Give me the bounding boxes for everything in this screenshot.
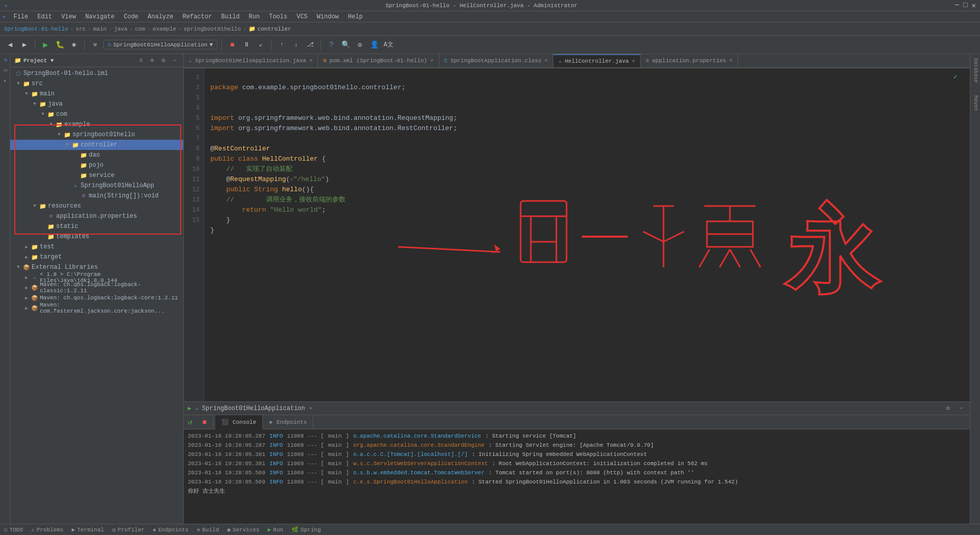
toolbar-git-btn[interactable]: ↑ [276,39,288,51]
toolbar-stop-btn[interactable]: ■ [226,39,238,51]
breadcrumb-example[interactable]: example [153,26,176,32]
tab-pom-close[interactable]: × [430,58,434,64]
breadcrumb-java[interactable]: java [114,26,127,32]
tree-app-props[interactable]: ⚙ application.properties [10,211,183,221]
run-tool[interactable]: ▶ Run [267,526,283,533]
menu-code[interactable]: Code [119,12,142,21]
panel-close-btn[interactable]: − [170,56,179,65]
tree-dao[interactable]: 📁 dao [10,150,183,160]
services-tool[interactable]: ◉ Services [227,526,259,533]
toolbar-find-btn[interactable]: 🔍 [339,39,352,51]
tree-test[interactable]: ▶ 📁 test [10,242,183,252]
title-bar-controls[interactable]: ─ □ ✕ [955,1,976,10]
tree-springboot01hello[interactable]: ▼ 📁 springboot01hello [10,130,183,140]
todo-tool[interactable]: ☑ TODO [4,526,23,533]
breadcrumb-project[interactable]: SpringBoot-01-hello [4,26,68,32]
menu-edit[interactable]: Edit [33,12,56,21]
tree-static[interactable]: 📁 static [10,221,183,232]
code-content[interactable]: package com.example.springboot01hello.co… [204,68,970,401]
minimize-button[interactable]: ─ [955,1,959,10]
structure-icon[interactable]: S [1,66,9,74]
menu-window[interactable]: Window [313,12,343,21]
toolbar-translate-btn[interactable]: A文 [382,39,395,51]
tree-sbapp[interactable]: ☕ SpringBoot01HelloApp [10,181,183,191]
tree-target[interactable]: ▶ 📁 target [10,252,183,262]
menu-build[interactable]: Build [217,12,243,21]
toolbar-settings-btn[interactable]: ⚙ [354,39,366,51]
close-button[interactable]: ✕ [972,1,976,10]
menu-file[interactable]: File [9,12,32,21]
btab-endpoints[interactable]: ◈ Endpoints [263,415,313,429]
tree-com[interactable]: ▼ 📁 com [10,109,183,119]
tree-jackson[interactable]: ▶ 📦 Maven: com.fasterxml.jackson.core:ja… [10,303,183,313]
fav-icon[interactable]: ★ [1,77,9,85]
toolbar-back-btn[interactable]: ◀ [4,39,16,51]
database-icon[interactable]: Database [971,56,979,85]
toolbar-run-btn[interactable]: ▶ [39,39,52,51]
tab-appprops[interactable]: ⚙ application.properties × [641,54,738,67]
tree-ext-libs[interactable]: ▼ 📦 External Libraries [10,262,183,272]
run-tab-label[interactable]: ☕ SpringBoot01HelloApplication [195,405,305,412]
project-icon[interactable]: P [1,56,9,64]
tab-sbappclass-close[interactable]: × [545,58,548,64]
tab-appprops-close[interactable]: × [729,58,733,64]
toolbar-fwd-btn[interactable]: ▶ [18,39,31,51]
run-settings-btn[interactable]: ⚙ [943,404,952,413]
tab-sbapp-close[interactable]: × [309,58,313,64]
toolbar-pause-btn[interactable]: ⏸ [240,39,253,51]
breadcrumb-springboot[interactable]: springboot01hello [184,26,241,32]
endpoints-tool[interactable]: ◈ Endpoints [153,526,188,533]
menu-tools[interactable]: Tools [265,12,291,21]
tree-java[interactable]: ▼ 📁 java [10,99,183,109]
build-tool[interactable]: ⚒ Build [197,526,219,533]
maven-icon[interactable]: Maven [971,93,979,113]
menu-refactor[interactable]: Refactor [179,12,216,21]
run-stop-btn[interactable]: ■ [198,418,210,426]
problems-tool[interactable]: ⚠ Problems [31,526,63,533]
run-close-btn[interactable]: × [309,405,313,412]
tab-sbappclass[interactable]: C SpringBootApplication.class × [439,54,554,67]
tree-templates[interactable]: 📁 templates [10,232,183,242]
tree-resources[interactable]: ▼ 📁 resources [10,201,183,211]
menu-view[interactable]: View [57,12,80,21]
tab-pom[interactable]: m pom.xml (SpringBoot-01-hello) × [318,54,439,67]
breadcrumb-main[interactable]: main [93,26,106,32]
toolbar-step-btn[interactable]: ↙ [255,39,267,51]
toolbar-avatar[interactable]: 👤 [368,39,380,51]
run-restart-btn[interactable]: ↺ [184,418,196,426]
tree-example[interactable]: ▼ 📁 example [10,119,183,130]
maximize-button[interactable]: □ [963,1,967,10]
breadcrumb-com[interactable]: com [135,26,145,32]
tab-helloctrl-close[interactable]: × [632,58,635,64]
tree-logback-core[interactable]: ▶ 📦 Maven: ch.qos.logback:logback-core:1… [10,293,183,303]
toolbar-vcs-btn[interactable]: ⎇ [304,39,316,51]
tree-logback-classic[interactable]: ▶ 📦 Maven: ch.qos.logback:logback-classi… [10,283,183,293]
profiler-tool[interactable]: ◎ Profiler [112,526,144,533]
toolbar-profile-btn[interactable]: ◉ [68,39,80,51]
toolbar-update-btn[interactable]: ↓ [290,39,302,51]
panel-locate-btn[interactable]: ⊕ [148,56,157,65]
run-min-btn[interactable]: − [957,404,966,413]
toolbar-build-btn[interactable]: ⚒ [89,39,101,51]
menu-run[interactable]: Run [244,12,264,21]
spring-tool[interactable]: 🌿 Spring [291,526,321,533]
menu-vcs[interactable]: VCS [292,12,312,21]
tree-iml[interactable]: ⬡ SpringBoot-01-hello.iml [10,68,183,79]
tree-pojo[interactable]: 📁 pojo [10,160,183,170]
tree-jdk[interactable]: ▶ ☕ < 1.8 > C:\Program Files\Java\jdk1.8… [10,272,183,283]
tab-sbapp[interactable]: ☕ SpringBoot01HelloApplication.java × [184,54,318,67]
toolbar-debug-btn[interactable]: 🐛 [54,39,66,51]
tree-controller[interactable]: ▼ 📁 controller [10,140,183,150]
tree-main-method[interactable]: m main(String[]):void [10,191,183,201]
tree-src[interactable]: ▼ 📁 src [10,79,183,89]
tree-service[interactable]: 📁 service [10,170,183,181]
toolbar-help-btn[interactable]: ? [325,39,337,51]
tree-main[interactable]: ▼ 📁 main [10,89,183,99]
tab-helloctrl[interactable]: ☕ HellController.java × [553,54,641,67]
panel-settings-btn[interactable]: ⚙ [159,56,168,65]
terminal-tool[interactable]: ▶ Terminal [71,526,104,533]
btab-console[interactable]: ⬛ Console [215,415,263,429]
menu-help[interactable]: Help [344,12,367,21]
panel-collapse-btn[interactable]: ≡ [136,56,145,65]
run-config-dropdown[interactable]: ⚙ SpringBoot01HelloApplication ▼ [103,40,217,49]
